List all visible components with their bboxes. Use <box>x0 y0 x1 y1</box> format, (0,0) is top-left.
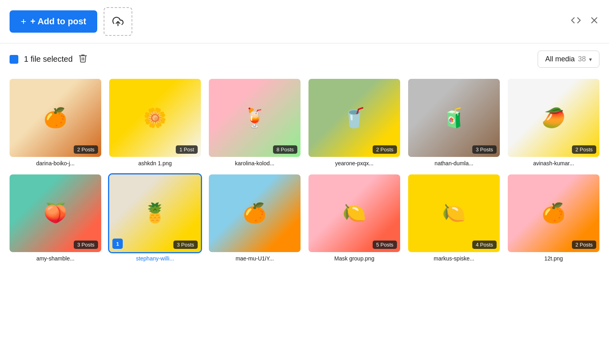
post-badge-12t: 2 Posts <box>572 241 596 249</box>
media-thumb-ashkdn[interactable]: 🌼1 Post <box>109 79 201 157</box>
post-badge-avinash: 2 Posts <box>572 145 596 154</box>
upload-button[interactable] <box>104 7 132 36</box>
media-item-ashkdn[interactable]: 🌼1 Postashkdn 1.png <box>109 79 201 166</box>
media-name-darina: darina-boiko-j... <box>10 160 101 166</box>
media-item-nathan[interactable]: 🧃3 Postsnathan-dumla... <box>408 79 500 166</box>
post-badge-amy: 3 Posts <box>74 241 98 249</box>
delete-button[interactable] <box>78 53 88 65</box>
media-filter: All media 38 ▾ <box>538 51 599 68</box>
media-item-markus[interactable]: 🍋4 Postsmarkus-spiske... <box>408 174 500 262</box>
plus-icon: + <box>21 16 26 27</box>
file-selected-count: 1 file selected <box>24 55 73 64</box>
media-thumb-avinash[interactable]: 🥭2 Posts <box>508 79 599 157</box>
post-badge-mask: 5 Posts <box>373 241 397 249</box>
media-name-avinash: avinash-kumar... <box>508 160 599 166</box>
media-item-mae[interactable]: 🍊mae-mu-U1iY... <box>209 174 301 262</box>
media-thumb-mask[interactable]: 🍋5 Posts <box>308 174 400 252</box>
media-thumb-yearone[interactable]: 🥤2 Posts <box>308 79 400 157</box>
media-item-mask[interactable]: 🍋5 PostsMask group.png <box>308 174 400 262</box>
media-thumb-amy[interactable]: 🍑3 Posts <box>10 174 101 252</box>
media-thumb-stephany[interactable]: 🍍13 Posts <box>109 174 201 252</box>
media-name-amy: amy-shamble... <box>10 255 101 262</box>
media-grid: 🍊2 Postsdarina-boiko-j...🌼1 Postashkdn 1… <box>0 75 609 271</box>
media-name-mask: Mask group.png <box>308 255 400 262</box>
header: + + Add to post <box>0 0 609 43</box>
media-dropdown-label: All media <box>545 55 575 63</box>
code-button[interactable] <box>571 15 581 28</box>
post-badge-karolina: 8 Posts <box>273 145 297 154</box>
code-icon <box>571 15 581 25</box>
media-name-mae: mae-mu-U1iY... <box>209 255 301 262</box>
media-item-avinash[interactable]: 🥭2 Postsavinash-kumar... <box>508 79 599 166</box>
media-thumb-darina[interactable]: 🍊2 Posts <box>10 79 101 157</box>
post-badge-nathan: 3 Posts <box>472 145 497 154</box>
header-actions <box>571 15 599 28</box>
media-item-darina[interactable]: 🍊2 Postsdarina-boiko-j... <box>10 79 101 166</box>
thumb-image-mae: 🍊 <box>209 174 301 252</box>
media-name-nathan: nathan-dumla... <box>408 160 500 166</box>
select-all-checkbox[interactable] <box>10 55 18 64</box>
media-name-karolina: karolina-kolod... <box>209 160 301 166</box>
media-dropdown[interactable]: All media 38 ▾ <box>538 51 599 68</box>
close-button[interactable] <box>589 15 599 28</box>
media-thumb-mae[interactable]: 🍊 <box>209 174 301 252</box>
media-name-ashkdn: ashkdn 1.png <box>109 160 201 166</box>
media-thumb-nathan[interactable]: 🧃3 Posts <box>408 79 500 157</box>
add-to-post-button[interactable]: + + Add to post <box>10 10 97 33</box>
post-badge-stephany: 3 Posts <box>173 241 198 249</box>
toolbar: 1 file selected All media 38 ▾ <box>0 43 609 75</box>
post-badge-ashkdn: 1 Post <box>176 145 198 154</box>
media-thumb-markus[interactable]: 🍋4 Posts <box>408 174 500 252</box>
selection-badge-stephany: 1 <box>112 239 123 249</box>
media-count: 38 <box>578 55 586 63</box>
post-badge-darina: 2 Posts <box>74 145 98 154</box>
trash-icon <box>78 53 88 63</box>
chevron-down-icon: ▾ <box>589 56 592 63</box>
media-thumb-12t[interactable]: 🍊2 Posts <box>508 174 599 252</box>
media-item-karolina[interactable]: 🍹8 Postskarolina-kolod... <box>209 79 301 166</box>
close-icon <box>589 15 599 25</box>
media-name-yearone: yearone-pxqx... <box>308 160 400 166</box>
media-item-amy[interactable]: 🍑3 Postsamy-shamble... <box>10 174 101 262</box>
media-item-12t[interactable]: 🍊2 Posts12t.png <box>508 174 599 262</box>
post-badge-yearone: 2 Posts <box>373 145 397 154</box>
media-name-markus: markus-spiske... <box>408 255 500 262</box>
upload-icon <box>112 16 124 27</box>
media-thumb-karolina[interactable]: 🍹8 Posts <box>209 79 301 157</box>
media-item-stephany[interactable]: 🍍13 Postsstephany-willi... <box>109 174 201 262</box>
media-name-12t: 12t.png <box>508 255 599 262</box>
media-item-yearone[interactable]: 🥤2 Postsyearone-pxqx... <box>308 79 400 166</box>
add-to-post-label: + Add to post <box>30 16 86 27</box>
post-badge-markus: 4 Posts <box>472 241 497 249</box>
media-name-stephany: stephany-willi... <box>109 255 201 262</box>
